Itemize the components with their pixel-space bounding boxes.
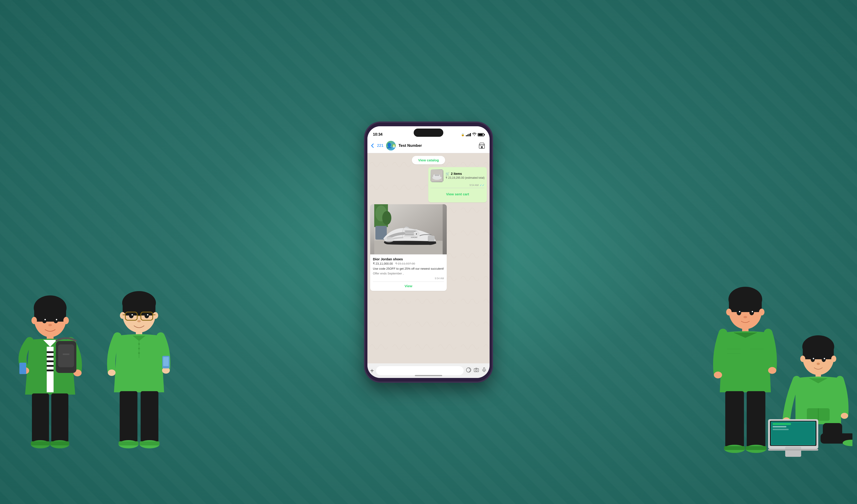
svg-rect-88 [484, 368, 485, 370]
svg-rect-86 [474, 369, 478, 372]
svg-point-61 [393, 146, 395, 148]
character-2-glasses-boy [96, 281, 182, 486]
back-button[interactable] [371, 144, 374, 148]
svg-rect-137 [773, 423, 791, 425]
contact-avatar[interactable] [386, 141, 396, 150]
svg-rect-63 [481, 146, 483, 148]
product-time: 9:54 AM [435, 277, 444, 280]
svg-rect-52 [163, 357, 169, 366]
svg-point-73 [382, 211, 391, 225]
character-1-backpack-boy [4, 281, 96, 486]
svg-text:✦: ✦ [416, 233, 417, 235]
price-original: ₹ 23,11,037.00 [395, 262, 415, 265]
dynamic-island [414, 129, 443, 137]
add-attachment-button[interactable]: + [370, 367, 374, 374]
product-name: Dior Jordan shoes [373, 257, 444, 261]
svg-rect-12 [47, 351, 54, 353]
store-icon[interactable] [478, 141, 486, 150]
svg-point-98 [752, 311, 753, 312]
svg-rect-58 [139, 441, 159, 446]
cart-message-bubble: 🛒 2 items ₹ 23,19,295.00 (estimated tota… [428, 167, 487, 202]
battery-icon [478, 133, 484, 136]
svg-rect-23 [32, 393, 49, 443]
product-offer-end: Offer ends September , [373, 272, 444, 275]
svg-point-39 [129, 313, 134, 318]
svg-rect-57 [119, 441, 138, 446]
svg-point-115 [800, 356, 805, 362]
svg-point-8 [56, 319, 57, 320]
svg-point-82 [384, 237, 394, 242]
svg-point-119 [813, 358, 814, 359]
product-price-row: ₹ 23,11,000.00 ₹ 23,11,037.00 [373, 262, 444, 265]
svg-rect-92 [729, 299, 762, 312]
status-icons: 🔒 [461, 133, 484, 137]
svg-rect-24 [51, 393, 68, 443]
svg-point-49 [108, 370, 116, 376]
svg-rect-141 [768, 449, 818, 451]
svg-point-4 [63, 317, 69, 324]
svg-rect-138 [773, 426, 786, 427]
contact-name: Test Number [399, 144, 475, 148]
product-body: Dior Jordan shoes ₹ 23,11,000.00 ₹ 23,11… [370, 254, 447, 291]
view-sent-cart-button[interactable]: View sent cart [431, 190, 485, 198]
svg-point-116 [831, 356, 836, 362]
cart-thumbnail [431, 169, 443, 182]
svg-rect-16 [47, 370, 54, 371]
svg-point-46 [138, 343, 140, 345]
svg-point-94 [759, 309, 764, 316]
chat-header: 221 Test Number [367, 139, 490, 153]
home-indicator [415, 375, 442, 376]
svg-rect-18 [19, 363, 26, 374]
scene: 10:34 🔒 [0, 0, 857, 504]
back-count[interactable]: 221 [377, 144, 383, 148]
svg-point-47 [138, 348, 140, 350]
chat-area: View catalog [367, 153, 490, 363]
svg-rect-22 [63, 354, 69, 355]
svg-rect-21 [58, 345, 74, 367]
camera-button[interactable] [474, 367, 479, 374]
cart-icon: 🛒 [446, 172, 450, 175]
svg-rect-54 [141, 391, 158, 443]
product-description: Use code 25OFF to get 25% off our newest… [373, 267, 444, 271]
svg-point-32 [120, 312, 125, 319]
svg-point-6 [54, 318, 58, 323]
svg-point-60 [393, 145, 395, 146]
svg-point-121 [817, 363, 820, 365]
microphone-button[interactable] [481, 367, 487, 374]
product-image: ✦ JORDAN [370, 204, 447, 254]
view-catalog-button[interactable]: View catalog [412, 156, 446, 164]
view-sent-cart-divider: View sent cart [431, 188, 485, 200]
svg-point-33 [153, 312, 158, 319]
svg-point-104 [714, 372, 722, 379]
svg-rect-14 [47, 360, 54, 362]
svg-rect-139 [773, 429, 789, 430]
product-card-bubble: ✦ JORDAN [370, 204, 447, 291]
sticker-button[interactable] [466, 367, 471, 374]
check-marks: ✓✓ [480, 184, 485, 187]
svg-rect-2 [34, 308, 66, 322]
signal-bars [466, 133, 471, 136]
svg-point-5 [42, 318, 47, 323]
product-footer: 9:54 AM [373, 277, 444, 280]
view-product-button[interactable]: View [405, 284, 412, 288]
svg-point-3 [31, 317, 37, 324]
cart-bubble-time: 9:54 AM [470, 184, 478, 186]
svg-point-9 [48, 324, 52, 326]
message-input[interactable] [376, 366, 464, 375]
cart-items-count: 2 items [451, 172, 462, 175]
svg-text:JORDAN: JORDAN [411, 237, 417, 238]
svg-point-120 [824, 358, 825, 359]
svg-point-93 [726, 309, 732, 316]
svg-rect-114 [803, 347, 834, 359]
svg-rect-140 [785, 447, 801, 457]
price-current: ₹ 23,11,000.00 [373, 262, 393, 265]
svg-point-97 [739, 311, 740, 312]
character-4-sitting-laptop [738, 335, 853, 495]
svg-rect-27 [31, 441, 50, 446]
svg-point-7 [45, 319, 46, 320]
svg-rect-136 [772, 422, 814, 444]
svg-point-42 [147, 314, 148, 316]
svg-point-132 [841, 413, 848, 419]
svg-point-117 [811, 357, 815, 362]
status-time: 10:34 [373, 132, 383, 137]
